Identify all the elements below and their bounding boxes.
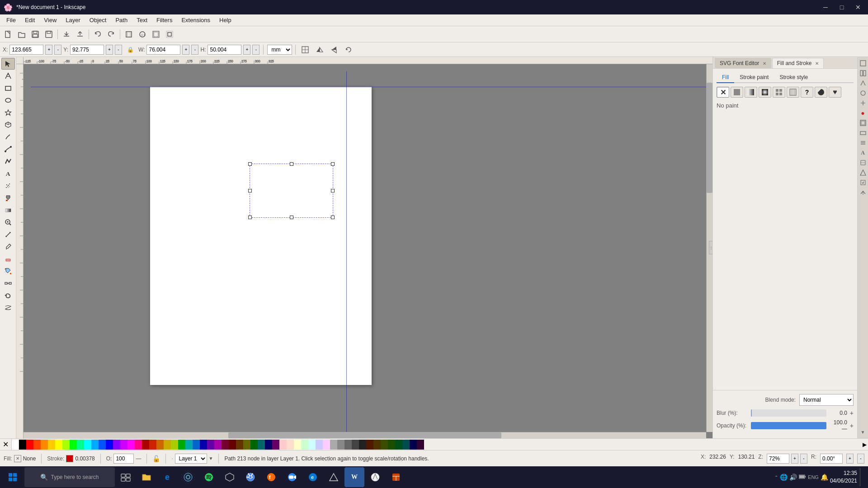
app8-button[interactable]: f <box>261 467 281 487</box>
h-increment[interactable]: + <box>243 45 250 55</box>
tab-svg-font-editor[interactable]: SVG Font Editor ✕ <box>715 58 771 68</box>
steam-button[interactable] <box>178 467 198 487</box>
color-swatch[interactable] <box>41 440 48 450</box>
color-swatch[interactable] <box>279 440 287 450</box>
color-swatch[interactable] <box>142 440 149 450</box>
y-increment[interactable]: + <box>106 45 113 55</box>
color-swatch[interactable] <box>381 440 388 450</box>
notification-icon[interactable]: 🔔 <box>821 474 828 481</box>
menu-file[interactable]: File <box>2 16 20 24</box>
blend-mode-select[interactable]: Normal Multiply Screen Overlay Darken Li… <box>799 394 854 406</box>
app11-button[interactable] <box>324 467 344 487</box>
color-swatch[interactable] <box>19 440 26 450</box>
zoom-in-btn[interactable]: + <box>791 454 798 464</box>
color-swatch[interactable] <box>26 440 33 450</box>
chrome-button[interactable] <box>241 467 260 487</box>
h-input[interactable] <box>208 45 241 55</box>
no-color-swatch[interactable]: ✕ <box>0 439 12 450</box>
canvas-container[interactable]: -125 -100 -75 -50 -25 0 25 50 75 100 125… <box>16 57 712 438</box>
rotate-input[interactable] <box>820 454 843 464</box>
battery-tray[interactable] <box>799 474 806 481</box>
dock-btn-8[interactable] <box>859 128 868 137</box>
color-swatch[interactable] <box>258 440 265 450</box>
color-swatch[interactable] <box>207 440 214 450</box>
layer-select[interactable]: Layer 1 <box>175 454 207 464</box>
color-swatch[interactable] <box>323 440 330 450</box>
blur-slider-bar[interactable] <box>751 409 826 417</box>
dock-btn-5[interactable] <box>859 99 868 108</box>
calligraphy-tool[interactable] <box>1 155 15 167</box>
fill-tab[interactable]: Fill <box>717 72 734 83</box>
color-swatch[interactable] <box>308 440 316 450</box>
menu-object[interactable]: Object <box>85 16 111 24</box>
color-swatch[interactable] <box>135 440 142 450</box>
dock-btn-2[interactable] <box>859 69 868 78</box>
close-button[interactable]: ✕ <box>852 2 864 13</box>
color-swatch[interactable] <box>236 440 243 450</box>
paint-bucket-tool[interactable] <box>1 265 15 277</box>
color-swatch[interactable] <box>294 440 301 450</box>
blur-increment[interactable]: + <box>850 409 854 417</box>
rotate-increment[interactable]: + <box>846 454 854 464</box>
color-swatch[interactable] <box>185 440 193 450</box>
dock-btn-1[interactable] <box>859 59 868 68</box>
word-button[interactable]: W <box>344 467 364 487</box>
eraser-tool[interactable] <box>1 253 15 265</box>
minimize-button[interactable]: ─ <box>819 2 832 13</box>
no-paint-button[interactable]: ✕ <box>717 87 729 98</box>
lang-indicator[interactable]: ENG <box>808 474 819 480</box>
menu-layer[interactable]: Layer <box>61 16 85 24</box>
transform-scale[interactable] <box>299 43 311 56</box>
gradient-tool[interactable] <box>1 204 15 216</box>
color-swatch[interactable] <box>373 440 381 450</box>
color-swatch[interactable] <box>84 440 91 450</box>
transform-flip-v[interactable] <box>328 43 340 56</box>
color-swatch[interactable] <box>395 440 402 450</box>
transform-rotate[interactable] <box>342 43 355 56</box>
lock-aspect-ratio[interactable]: 🔒 <box>124 43 137 56</box>
color-swatch[interactable] <box>113 440 120 450</box>
palette-scroll-right[interactable]: ▶ <box>861 439 868 450</box>
zoom-out-btn[interactable]: - <box>800 454 807 464</box>
panel-toggle[interactable]: ⋮ <box>709 241 712 254</box>
edge-button[interactable]: e <box>157 467 177 487</box>
color-swatch[interactable] <box>222 440 229 450</box>
unknown-paint-2[interactable]: ♥ <box>829 87 841 98</box>
dropper-tool[interactable] <box>1 241 15 253</box>
x-input[interactable] <box>9 45 43 55</box>
dock-btn-6[interactable]: ● <box>859 108 868 117</box>
color-swatch[interactable] <box>366 440 373 450</box>
radial-gradient-button[interactable] <box>759 87 771 98</box>
w-input[interactable] <box>146 45 180 55</box>
dock-btn-14[interactable] <box>859 188 868 197</box>
color-swatch[interactable] <box>287 440 294 450</box>
opacity-status-input[interactable] <box>113 454 134 464</box>
color-swatch[interactable] <box>316 440 323 450</box>
color-swatch[interactable] <box>359 440 366 450</box>
zoom-draw[interactable] <box>150 28 162 41</box>
task-view-button[interactable] <box>116 467 136 487</box>
fill-tool[interactable] <box>1 192 15 204</box>
app14-button[interactable] <box>386 467 406 487</box>
canvas-viewport[interactable] <box>24 64 712 438</box>
sound-tray[interactable]: 🔊 <box>789 474 797 481</box>
dock-btn-7[interactable] <box>859 118 868 127</box>
x-increment[interactable]: + <box>45 45 52 55</box>
transform-flip-h[interactable] <box>313 43 326 56</box>
import-button[interactable] <box>60 28 73 41</box>
node-tool[interactable] <box>1 70 15 82</box>
color-swatch[interactable] <box>171 440 178 450</box>
color-swatch[interactable] <box>178 440 185 450</box>
color-swatch[interactable] <box>417 440 424 450</box>
rotate-decrement[interactable]: - <box>857 454 864 464</box>
text-tool[interactable]: A <box>1 168 15 179</box>
zoom-fit-page[interactable] <box>123 28 135 41</box>
pattern-button[interactable] <box>773 87 785 98</box>
menu-view[interactable]: View <box>39 16 61 24</box>
flat-color-button[interactable] <box>731 87 743 98</box>
color-swatch[interactable] <box>33 440 41 450</box>
dock-btn-13[interactable] <box>859 178 868 187</box>
y-input[interactable] <box>70 45 104 55</box>
color-swatch[interactable] <box>62 440 70 450</box>
color-swatch[interactable] <box>265 440 272 450</box>
